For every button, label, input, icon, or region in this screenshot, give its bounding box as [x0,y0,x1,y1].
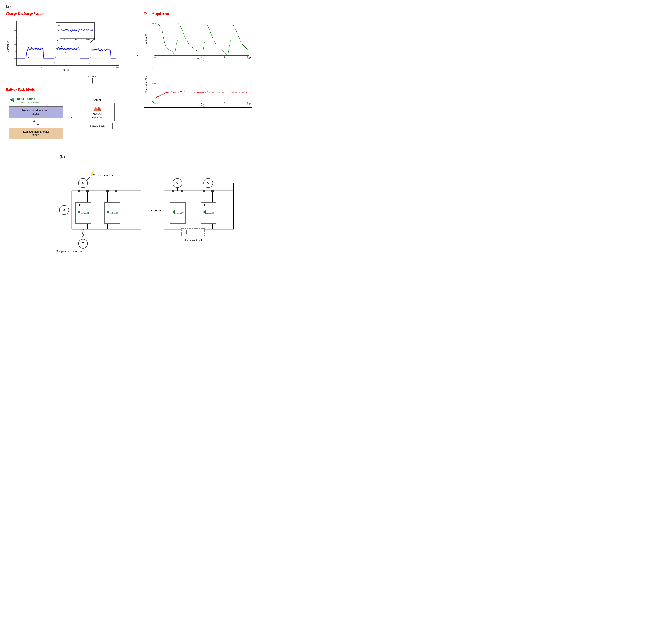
svg-text:T: T [82,242,84,246]
svg-text:10: 10 [13,43,16,46]
svg-text:3.5: 3.5 [151,33,154,35]
current-label: Current [88,75,97,78]
down-arrow [37,120,39,126]
svg-text:utoLionST: utoLionST [176,212,184,214]
temp-svg: Temperature (°C) Time (s) ×10⁴ 24 27 30 … [144,65,252,108]
svg-text:4: 4 [116,66,117,69]
short-circuit-label: Short circuit fault [184,238,203,241]
svg-text:+: + [204,203,206,207]
svg-text:4: 4 [58,24,59,26]
battery-model-inner: utoLionST™ Lithium-Ion Battery Simulatio… [9,96,118,139]
svg-text:−: − [115,203,117,207]
svg-text:utoLionST: utoLionST [81,212,89,214]
voltage-chart: Voltage (V) Time (s) ×10⁴ 2.5 3.0 3.5 4.… [144,19,252,61]
autolion-name: utoLionST [17,96,36,101]
svg-text:20: 20 [13,29,16,32]
svg-text:30: 30 [152,67,154,69]
autolion-sub: Lithium-Ion Battery Simulation [17,101,38,103]
charge-discharge-chart: Current (A) Time (s) ×10⁴ −5 0 5 10 15 [6,19,121,73]
data-acquisition-title: Data Acquisition [144,12,169,16]
voltage-svg: Voltage (V) Time (s) ×10⁴ 2.5 3.0 3.5 4.… [144,19,252,61]
svg-line-44 [81,38,94,53]
svg-rect-132 [172,190,174,192]
svg-rect-134 [203,190,205,192]
arrow-line [92,78,93,82]
voltage-fault-label: Voltage sensor fault [93,174,114,177]
charge-discharge-title-section: Charge-Discharge System [6,12,125,16]
svg-text:Temperature (°C): Temperature (°C) [144,76,147,93]
part-a-section: (a) Charge-Discharge System Current (A) [6,4,330,143]
circuit-diagram-svg: + − utoLionST + − utoLionST [53,164,284,256]
part-b-label-row: (b) [6,154,330,160]
up-arrow [33,120,35,126]
charge-discharge-title: Charge-Discharge System [6,12,44,16]
cd-chart-svg: Current (A) Time (s) ×10⁴ −5 0 5 10 15 [6,19,121,73]
arrow-h-line [67,118,71,118]
arrow-h-head [71,117,72,119]
svg-text:0: 0 [58,30,59,32]
svg-text:27: 27 [152,82,154,85]
matlab-text: MATLAB [93,112,102,116]
svg-rect-97 [106,190,109,192]
svg-text:+: + [78,203,80,207]
pseudo-model-box: Pseudo-two-dimensionalmodel [9,107,63,118]
svg-line-122 [86,177,90,181]
down-arrow-line [38,120,38,124]
model-arrows [9,120,63,126]
main-arrow-line [131,55,137,55]
svg-text:−: − [181,203,182,207]
svg-text:3.0: 3.0 [151,43,154,46]
svg-text:Current (A): Current (A) [6,40,9,52]
main-arrow-head [137,54,138,56]
svg-text:−: − [212,203,213,207]
svg-text:1: 1 [41,66,42,69]
svg-line-43 [56,38,66,53]
arrow-head [91,82,94,83]
part-b-label: (b) [60,154,65,159]
battery-model-title: Battery Pack Model [6,87,35,91]
right-column: Data Acquisition Voltage (V) Time (s) ×1… [144,12,330,108]
main-right-arrow [131,54,138,56]
svg-text:V: V [81,181,84,185]
svg-rect-135 [212,190,214,192]
svg-text:utoLionST: utoLionST [110,212,118,214]
thermal-model-box: Lumped-mass thermalmodel [9,128,63,139]
data-acquisition-title-section: Data Acquisition [144,12,330,16]
part-b-section: (b) + − utoLionST + − [6,154,330,256]
down-arrow-head [37,124,39,126]
left-column: Charge-Discharge System Current (A) Time… [6,12,125,143]
battery-model-section: Battery Pack Model [6,87,125,143]
battery-pack-label: Battery pack [90,124,104,127]
svg-text:• • •: • • • [151,208,162,213]
autolion-tm: ™ [36,97,39,99]
svg-text:+: + [173,203,175,207]
svg-text:utoLionST: utoLionST [206,212,214,214]
svg-rect-98 [115,190,117,192]
svg-text:5: 5 [14,50,16,53]
cell-n-label: Cell *n [93,98,102,102]
main-container: (a) Charge-Discharge System Current (A) [6,4,330,256]
svg-text:0: 0 [16,66,17,69]
svg-text:V: V [176,181,179,185]
part-a-top: Charge-Discharge System Current (A) Time… [6,12,330,143]
svg-text:A: A [63,208,65,212]
svg-text:3: 3 [91,66,92,69]
svg-text:2.5: 2.5 [151,54,154,57]
autolion-section: utoLionST™ Lithium-Ion Battery Simulatio… [9,96,63,139]
svg-rect-162 [187,230,200,234]
arrow-to-cell [67,96,72,139]
svg-text:−4: −4 [57,35,59,37]
temperature-chart: Temperature (°C) Time (s) ×10⁴ 24 27 30 … [144,65,252,108]
up-arrow-line [34,122,34,126]
battery-pack-label-box: Battery pack [82,123,113,129]
autolion-logo-area: utoLionST™ Lithium-Ion Battery Simulatio… [9,96,63,103]
svg-text:−: − [86,203,88,207]
svg-text:2: 2 [66,66,67,69]
svg-text:V: V [207,181,210,185]
matlab-logo-icon [93,106,101,112]
svg-text:Voltage (V): Voltage (V) [144,33,147,44]
pseudo-model-label: Pseudo-two-dimensionalmodel [22,109,50,115]
svg-text:0: 0 [14,57,16,60]
svg-text:15: 15 [13,36,16,39]
part-a-label: (a) [6,4,11,9]
